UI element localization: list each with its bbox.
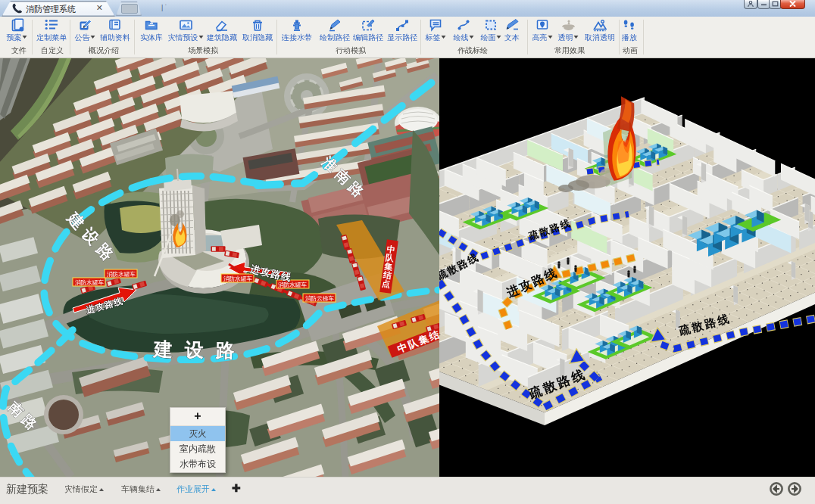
svg-text:消防云梯车: 消防云梯车	[305, 295, 334, 302]
svg-text:消防水罐车: 消防水罐车	[107, 271, 136, 278]
svg-text:消防水罐车: 消防水罐车	[75, 279, 104, 286]
svg-text:建设路: 建设路	[152, 338, 247, 361]
svg-text:消防水罐车: 消防水罐车	[223, 275, 252, 282]
svg-text:消防水罐车: 消防水罐车	[278, 282, 307, 288]
